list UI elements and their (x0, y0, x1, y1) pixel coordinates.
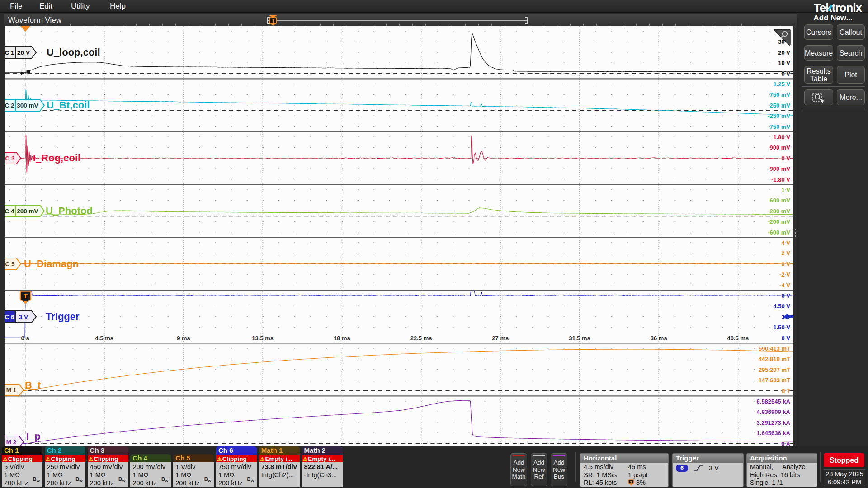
scale-label-m1-0: 590.413 mT (759, 345, 790, 352)
acquisition-count: Single: 1 /1 (750, 479, 817, 487)
menu-edit[interactable]: Edit (39, 2, 52, 11)
graticule[interactable]: U_loop,coilU_Bt,coilI_Rog,coilU_PhotodU_… (5, 26, 793, 449)
time: 6:09:42 PM (824, 478, 865, 486)
channel-label-c2[interactable]: U_Bt,coil (47, 99, 90, 111)
warning-icon: ⚠ (260, 456, 265, 462)
acquisition-panel-title: Acquisition (747, 454, 817, 463)
badge-math1[interactable]: Math 1⚠Empty i...73.8 mT/divIntg(Ch2)... (259, 446, 300, 487)
channel-label-m2[interactable]: I_p (26, 431, 41, 442)
time-label-18ms: 18 ms (334, 335, 350, 342)
trigger-position-marker[interactable] (20, 26, 30, 32)
channel-badge-c6[interactable]: C 63 V (5, 310, 37, 324)
measure-button[interactable]: Measure (804, 45, 833, 61)
trace-c3[interactable] (5, 135, 793, 173)
add-new-ref-button[interactable]: AddNewRef (531, 453, 547, 486)
splitter-handle[interactable] (794, 227, 796, 237)
channel-label-c1[interactable]: U_loop,coil (47, 47, 100, 58)
add-new-bus-button[interactable]: AddNewBus (551, 453, 567, 486)
callout-button[interactable]: Callout (837, 24, 865, 40)
trace-m2[interactable] (5, 400, 793, 444)
waveview-right-edge (793, 26, 797, 449)
pan-zoom-ruler[interactable]: T (4, 14, 797, 26)
horizontal-panel[interactable]: Horizontal 4.5 ms/div45 ms SR: 1 MS/s1 µ… (580, 453, 669, 487)
cursors-button[interactable]: Cursors (804, 24, 833, 40)
results-table-button[interactable]: Results Table (804, 66, 833, 84)
warning-icon: ⚠ (217, 456, 222, 462)
run-stop-status[interactable]: Stopped (824, 453, 864, 467)
scale-label-c4-3: -200 mV (768, 218, 790, 225)
channel-badge-c2[interactable]: C 2300 mV (5, 99, 45, 112)
scale-label-c2-4: -750 mV (768, 123, 790, 130)
trace-c5[interactable] (5, 264, 793, 264)
sample-period: 1 µs/pt (628, 471, 648, 479)
add-new-math-button[interactable]: AddNewMath (510, 453, 527, 486)
channel-label-m1[interactable]: B_t (25, 380, 41, 391)
scale-label-c5-0: 4 V (781, 239, 790, 246)
channel-badge-m1[interactable]: M 1 (5, 383, 24, 397)
scale-label-m1-2: 295.207 mT (759, 366, 790, 373)
trace-c4[interactable] (5, 208, 793, 215)
scale-label-c3-1: 900 mV (769, 144, 790, 151)
scale-label-c2-0: 1.25 V (773, 81, 790, 88)
scale-label-c5-4: -4 V (779, 282, 790, 288)
badge-title: Ch 1 (2, 446, 42, 455)
scale-label-c1-4: 0 V (781, 70, 790, 77)
trigger-source-flag[interactable]: T (19, 291, 35, 306)
separator (575, 452, 576, 482)
time-label-13.5ms: 13.5 ms (252, 335, 274, 342)
svg-text:C 4: C 4 (5, 208, 14, 215)
badge-ch5[interactable]: Ch 51 V/div1 MΩ200 kHzBW (173, 454, 214, 487)
menu-utility[interactable]: Utility (71, 2, 90, 11)
rising-edge-icon (693, 465, 704, 472)
scale-label-m2-0: 6.582545 kA (757, 398, 790, 405)
trigger-panel[interactable]: Trigger 6 3 V (672, 453, 744, 487)
badge-settings: 750 mV/div1 MΩ200 kHzBW (216, 462, 257, 487)
draw-a-box-zoom-flag[interactable] (773, 28, 792, 47)
badge-title: Ch 5 (173, 454, 214, 462)
channel-badge-c1[interactable]: C 120 V (5, 46, 37, 59)
channel-label-c6[interactable]: Trigger (46, 311, 80, 322)
channel-badge-c5[interactable]: C 5 (5, 257, 22, 271)
badge-ch4[interactable]: Ch 4200 mV/div1 MΩ200 kHzBW (130, 454, 171, 487)
menu-help[interactable]: Help (110, 2, 126, 11)
scale-label-c2-2: 250 mV (769, 102, 790, 108)
time-label-22.5ms: 22.5 ms (410, 335, 432, 342)
badge-warning: ⚠Clipping (45, 455, 85, 462)
channel-badge-c3[interactable]: C 3 (5, 151, 22, 165)
waveform-view-titlebar[interactable]: Waveform View T (4, 14, 797, 26)
trace-c1[interactable] (5, 33, 793, 73)
badge-ch3[interactable]: Ch 3⚠Clipping450 mV/div1 MΩ200 kHzBW (88, 446, 128, 487)
badge-warning: ⚠Clipping (216, 455, 257, 462)
side-separator-2 (802, 109, 865, 109)
badge-ch2[interactable]: Ch 2⚠Clipping250 mV/div1 MΩ200 kHzBW (45, 446, 85, 487)
trigger-level-marker[interactable] (783, 313, 793, 321)
trigger-position-icon: T (628, 479, 634, 486)
menu-file[interactable]: File (10, 2, 22, 11)
acquisition-mode: Manual, (750, 463, 774, 470)
badge-ch6[interactable]: Ch 6⚠Clipping750 mV/div1 MΩ200 kHzBW (216, 446, 257, 487)
badge-math2[interactable]: Math 2⚠Empty i...822.81 A/...-Intg(Ch3..… (302, 446, 343, 487)
trace-c2[interactable] (5, 90, 793, 115)
channel-badge-c4[interactable]: C 4200 mV (5, 204, 45, 218)
more-button[interactable]: More... (837, 89, 865, 105)
scale-label-c4-1: 600 mV (769, 197, 790, 204)
badge-settings: 250 mV/div1 MΩ200 kHzBW (45, 462, 85, 487)
trigger-source-badge: 6 (676, 465, 688, 472)
acquisition-detail: High Res: 16 bits (750, 471, 817, 479)
scale-label-c5-3: -2 V (779, 271, 790, 278)
svg-text:T: T (272, 18, 275, 23)
acquisition-panel[interactable]: Acquisition Manual,Analyze High Res: 16 … (746, 453, 817, 487)
badge-ch1[interactable]: Ch 1⚠Clipping5 V/div1 MΩ200 kHzBW (2, 446, 42, 487)
trace-m1[interactable] (5, 349, 793, 391)
search-button[interactable]: Search (837, 45, 865, 61)
plot-button[interactable]: Plot (837, 66, 865, 84)
zoom-select-button[interactable] (804, 89, 833, 105)
warning-icon: ⚠ (46, 456, 51, 462)
svg-text:T: T (24, 292, 28, 300)
trace-c6[interactable] (5, 291, 793, 338)
badge-warning: ⚠Empty i... (259, 455, 300, 462)
zoom-select-icon (812, 92, 826, 103)
scale-label-c3-4: -1.80 V (771, 176, 790, 183)
trigger-position-pct: 3% (636, 479, 646, 486)
scale-label-c2-3: -250 mV (768, 113, 790, 119)
